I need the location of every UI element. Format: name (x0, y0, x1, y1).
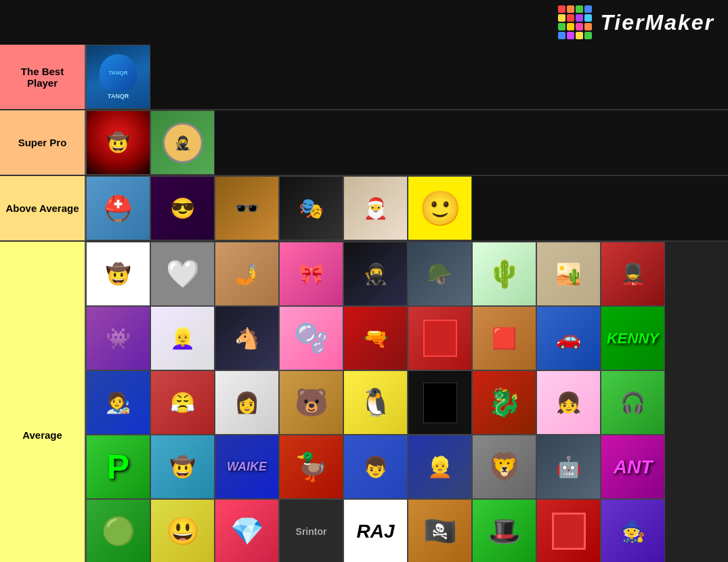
tier-item-pirate[interactable]: 🏴‍☠️ (408, 499, 472, 562)
tier-item-british[interactable]: 💂 (601, 242, 665, 306)
tier-item-yellow-face[interactable]: 🙂 (408, 176, 472, 240)
tier-item-bear[interactable]: 🐻 (279, 370, 343, 435)
tier-item-roblox-default[interactable]: 🟥 (472, 306, 536, 370)
tier-item-tough-guy[interactable]: 😤 (150, 370, 215, 435)
tier-item-halo[interactable]: 🪖 (408, 242, 472, 306)
tier-item-purple-anime2[interactable]: 🧙 (601, 499, 665, 562)
tier-item-green-headphones[interactable]: 🎧 (601, 370, 665, 435)
tier-item-blue-car[interactable]: 🚗 (536, 306, 601, 370)
tier-item-green-impostor[interactable]: 🟢 (86, 499, 150, 562)
tier-item-diamond[interactable]: 💎 (215, 499, 279, 562)
tiermaker-logo: TierMaker (558, 5, 714, 39)
tier-item-raj[interactable]: RAJ (343, 499, 408, 562)
tier-label-super-pro: Super Pro (0, 110, 86, 175)
tier-items-super-pro: 🤠 🥷 (86, 110, 215, 175)
tier-item-pink-blob[interactable]: 🫧 (279, 306, 343, 370)
tier-item-duck[interactable]: 🦆 (279, 435, 343, 499)
tier-item-green-p[interactable]: P (86, 435, 150, 499)
tier-row-best: The Best Player TANQR TANQR (0, 45, 728, 110)
tier-items-best: TANQR TANQR (86, 45, 150, 109)
tier-items-average: 🤠 🤍 🤳 🎀 🥷 🪖 🌵 (86, 242, 728, 562)
tier-item-waike[interactable]: WAIKE (215, 435, 279, 499)
tier-item-tanqr[interactable]: TANQR TANQR (86, 45, 150, 109)
tier-item-blue-helmet[interactable]: ⛑️ (86, 176, 150, 240)
tier-item-cowboy-red[interactable]: 🤠 (86, 110, 150, 175)
page-wrapper: TierMaker The Best Player TANQR T (0, 0, 728, 562)
tier-item-red-roblox2[interactable] (536, 499, 601, 562)
tier-row-average: Average 🤠 🤍 🤳 🎀 🥷 (0, 242, 728, 562)
tier-item-dark-horse[interactable]: 🐴 (215, 306, 279, 370)
tier-item-lion[interactable]: 🦁 (472, 435, 536, 499)
tier-item-black-char[interactable] (408, 370, 472, 435)
tier-item-girl-hoodie[interactable]: 👩 (215, 370, 279, 435)
tier-item-yellow-smiley2[interactable]: 😃 (150, 499, 215, 562)
tier-item-red-gun[interactable]: 🔫 (343, 306, 408, 370)
logo-text: TierMaker (600, 10, 714, 35)
tier-item-top-hat[interactable]: 🎩 (472, 499, 536, 562)
tier-item-penguin[interactable]: 🐧 (343, 370, 408, 435)
tier-item-robot[interactable]: 🤖 (536, 435, 601, 499)
tier-row-above-average: Above Average ⛑️ 😎 🕶️ 🎭 🎅 (0, 176, 728, 242)
tier-label-best: The Best Player (0, 45, 86, 109)
tier-items-above-average: ⛑️ 😎 🕶️ 🎭 🎅 🙂 (86, 176, 472, 240)
tier-item-heart[interactable]: 🤍 (150, 242, 215, 306)
tier-item-dragon-red[interactable]: 🐉 (472, 370, 536, 435)
tier-item-ninja-dark[interactable]: 🥷 (343, 242, 408, 306)
logo-grid-icon (558, 5, 592, 39)
tier-item-srintor[interactable]: Srintor (279, 499, 343, 562)
tier-label-above-average: Above Average (0, 176, 86, 240)
tier-item-black-mask[interactable]: 🎭 (279, 176, 343, 240)
tier-item-brown-roblox[interactable]: 🕶️ (215, 176, 279, 240)
tier-item-anime-girl[interactable]: 👧 (536, 370, 601, 435)
tier-item-anime-pink[interactable]: 🎀 (279, 242, 343, 306)
tier-item-purple-char[interactable]: 👾 (86, 306, 150, 370)
tier-item-ant-text[interactable]: ANT (601, 435, 665, 499)
tier-item-christmas[interactable]: 🎅 (343, 176, 408, 240)
header: TierMaker (0, 0, 728, 45)
tier-item-purple-roblox[interactable]: 😎 (150, 176, 215, 240)
tier-item-white-hair[interactable]: 👱 (408, 435, 472, 499)
tier-item-cowboy-white[interactable]: 🤠 (86, 242, 150, 306)
tier-item-selfie[interactable]: 🤳 (215, 242, 279, 306)
tier-item-green-ninja[interactable]: 🥷 (150, 110, 215, 175)
tier-item-blue-char2[interactable]: 👦 (343, 435, 408, 499)
tier-label-average: Average (0, 242, 86, 562)
tier-item-anime-blue[interactable]: 🧑‍🎨 (86, 370, 150, 435)
tier-item-desert[interactable]: 🏜️ (536, 242, 601, 306)
tier-row-super-pro: Super Pro 🤠 🥷 (0, 110, 728, 176)
tier-item-kenny[interactable]: KENNY (601, 306, 665, 370)
tier-item-cactus[interactable]: 🌵 (472, 242, 536, 306)
tier-item-girl-white[interactable]: 👱‍♀️ (150, 306, 215, 370)
tier-list: The Best Player TANQR TANQR (0, 45, 728, 562)
tier-item-red-square[interactable] (408, 306, 472, 370)
tier-item-white-hat[interactable]: 🤠 (150, 435, 215, 499)
